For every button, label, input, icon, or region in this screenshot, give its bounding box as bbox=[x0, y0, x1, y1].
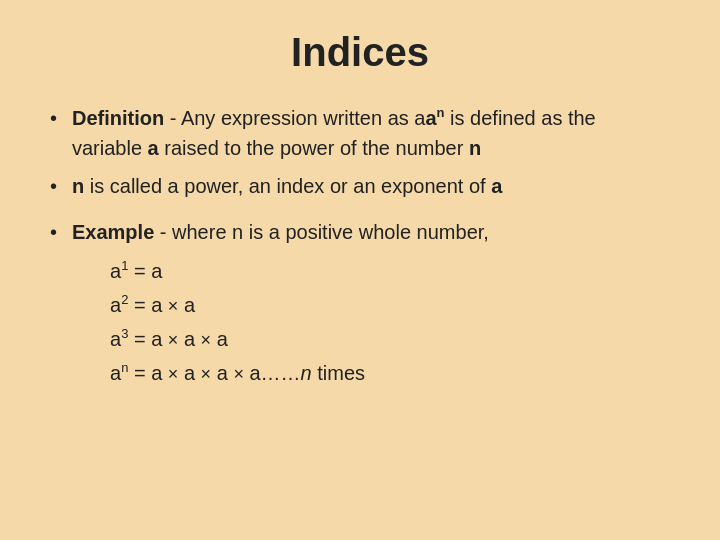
definition-label: Definition bbox=[72, 107, 164, 129]
main-content: • Definition - Any expression written as… bbox=[50, 103, 670, 391]
bullet-dot-3: • bbox=[50, 217, 72, 247]
example-line-3: a3 = a × a × a bbox=[110, 323, 670, 355]
example-text: Example - where n is a positive whole nu… bbox=[72, 217, 670, 247]
example-line-2: a2 = a × a bbox=[110, 289, 670, 321]
bullet-item-definition: • Definition - Any expression written as… bbox=[50, 103, 670, 163]
bullet-dot-1: • bbox=[50, 103, 72, 133]
example-lines: a1 = a a2 = a × a a3 = a × a × a an = a … bbox=[110, 255, 670, 389]
definition-text-part1: - Any expression written as a bbox=[164, 107, 425, 129]
definition-section: • Definition - Any expression written as… bbox=[50, 103, 670, 201]
bullet-item-example: • Example - where n is a positive whole … bbox=[50, 217, 670, 247]
definition-a-super: an bbox=[425, 107, 444, 129]
n-text: n is called a power, an index or an expo… bbox=[72, 171, 670, 201]
example-section: • Example - where n is a positive whole … bbox=[50, 217, 670, 389]
bullet-dot-2: • bbox=[50, 171, 72, 201]
example-line-1: a1 = a bbox=[110, 255, 670, 287]
page-title: Indices bbox=[50, 30, 670, 75]
definition-text: Definition - Any expression written as a… bbox=[72, 103, 670, 163]
bullet-item-n: • n is called a power, an index or an ex… bbox=[50, 171, 670, 201]
example-line-n: an = a × a × a × a……n times bbox=[110, 357, 670, 389]
